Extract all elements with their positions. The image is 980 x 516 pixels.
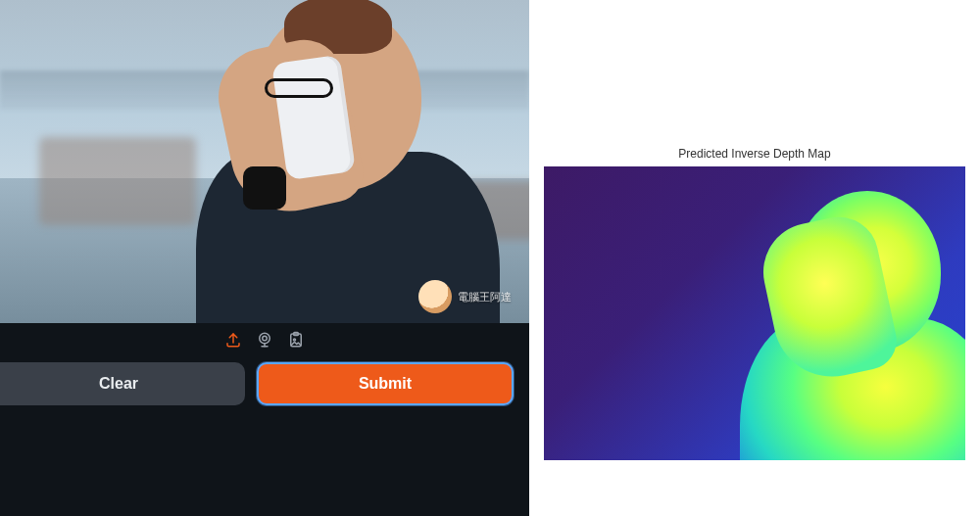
webcam-icon[interactable] <box>256 331 273 349</box>
svg-point-5 <box>293 339 295 341</box>
image-watermark: 電腦王阿達 <box>418 280 512 313</box>
svg-point-1 <box>260 333 270 344</box>
photo-smartwatch <box>243 166 286 210</box>
photo-glasses <box>265 78 333 98</box>
depth-person <box>740 191 965 460</box>
output-panel: Predicted Inverse Depth Map <box>529 0 980 516</box>
photo-boat-blur <box>39 137 196 225</box>
clipboard-image-icon[interactable] <box>287 331 305 349</box>
watermark-text: 電腦王阿達 <box>458 290 512 305</box>
watermark-avatar <box>418 280 452 313</box>
svg-point-2 <box>263 336 268 341</box>
image-toolbar <box>0 323 529 356</box>
clear-button[interactable]: Clear <box>0 362 245 405</box>
submit-button[interactable]: Submit <box>257 362 514 405</box>
upload-icon[interactable] <box>224 331 242 349</box>
photo-person <box>186 5 490 323</box>
action-button-row: Clear Submit <box>0 356 529 405</box>
depth-map-image <box>544 166 965 460</box>
input-image[interactable]: 電腦王阿達 <box>0 0 529 323</box>
output-spacer <box>537 10 972 147</box>
input-panel: 電腦王阿達 <box>0 0 529 516</box>
output-title: Predicted Inverse Depth Map <box>678 147 830 161</box>
